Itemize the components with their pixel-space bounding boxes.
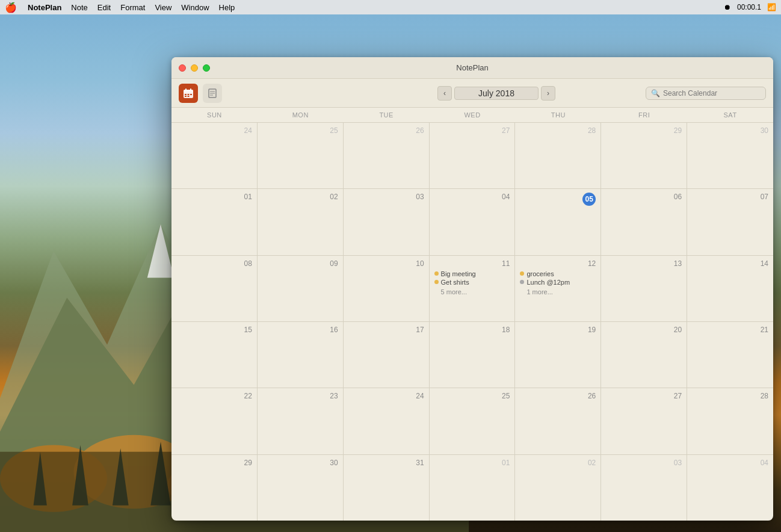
day-number: 24 bbox=[176, 126, 252, 135]
day-number: 22 bbox=[176, 392, 252, 400]
menu-window[interactable]: Window bbox=[176, 0, 214, 14]
day-number: 16 bbox=[262, 326, 338, 334]
day-cell[interactable]: 22 bbox=[171, 388, 258, 454]
day-number: 04 bbox=[692, 459, 768, 467]
day-number: 20 bbox=[606, 326, 682, 334]
day-cell[interactable]: 17 bbox=[344, 322, 430, 388]
calendar-view-button[interactable] bbox=[179, 84, 198, 103]
day-cell[interactable]: 23 bbox=[258, 388, 344, 454]
day-cell[interactable]: 20 bbox=[601, 322, 687, 388]
day-cell[interactable]: 27 bbox=[601, 388, 687, 454]
day-header-tue: TUE bbox=[344, 108, 430, 122]
day-cell[interactable]: 28 bbox=[687, 388, 773, 454]
day-cell[interactable]: 04 bbox=[430, 189, 516, 255]
day-cell[interactable]: 09 bbox=[258, 256, 344, 321]
day-cell[interactable]: 28 bbox=[515, 123, 601, 188]
minimize-button[interactable] bbox=[191, 64, 198, 72]
event-dot bbox=[434, 271, 439, 276]
more-events[interactable]: 5 more... bbox=[434, 288, 510, 295]
day-cell[interactable]: 10 bbox=[344, 256, 430, 321]
day-number: 29 bbox=[606, 126, 682, 135]
day-number: 03 bbox=[606, 459, 682, 467]
day-cell[interactable]: 02 bbox=[515, 455, 601, 521]
day-number: 01 bbox=[176, 193, 252, 201]
day-number: 07 bbox=[692, 193, 768, 201]
day-cell[interactable]: 19 bbox=[515, 322, 601, 388]
svg-rect-27 bbox=[190, 88, 191, 91]
day-cell[interactable]: 27 bbox=[430, 123, 516, 188]
day-cell[interactable]: 31 bbox=[344, 455, 430, 521]
day-cell[interactable]: 03 bbox=[601, 455, 687, 521]
day-cell[interactable]: 26 bbox=[344, 123, 430, 188]
day-number: 02 bbox=[520, 459, 596, 467]
day-cell[interactable]: 14 bbox=[687, 256, 773, 321]
event-item[interactable]: Get shirts bbox=[434, 279, 510, 286]
day-cell[interactable]: 16 bbox=[258, 322, 344, 388]
day-cell[interactable]: 08 bbox=[171, 256, 258, 321]
day-cell[interactable]: 25 bbox=[258, 123, 344, 188]
search-input[interactable] bbox=[663, 89, 761, 97]
menu-format[interactable]: Format bbox=[116, 0, 150, 14]
day-number: 12 bbox=[520, 259, 596, 268]
week-row-0: 24252627282930 bbox=[171, 123, 773, 189]
event-item[interactable]: Big meeting bbox=[434, 270, 510, 277]
day-cell[interactable]: 24 bbox=[344, 388, 430, 454]
day-cell[interactable]: 02 bbox=[258, 189, 344, 255]
day-cell[interactable]: 29 bbox=[171, 455, 258, 521]
weeks-grid: 242526272829300102030405060708091011Big … bbox=[171, 123, 773, 521]
more-events[interactable]: 1 more... bbox=[520, 288, 596, 295]
day-number: 21 bbox=[692, 326, 768, 334]
event-item[interactable]: Lunch @12pm bbox=[520, 279, 596, 286]
day-cell[interactable]: 11Big meetingGet shirts5 more... bbox=[430, 256, 516, 321]
prev-month-button[interactable]: ‹ bbox=[437, 86, 452, 101]
day-cell[interactable]: 25 bbox=[430, 388, 516, 454]
day-header-fri: FRI bbox=[601, 108, 687, 122]
day-number: 25 bbox=[262, 126, 338, 135]
day-cell[interactable]: 15 bbox=[171, 322, 258, 388]
day-number: 27 bbox=[606, 392, 682, 400]
day-cell[interactable]: 04 bbox=[687, 455, 773, 521]
day-cell[interactable]: 26 bbox=[515, 388, 601, 454]
day-cell[interactable]: 07 bbox=[687, 189, 773, 255]
day-number: 08 bbox=[176, 259, 252, 268]
event-item[interactable]: groceries bbox=[520, 270, 596, 277]
day-cell[interactable]: 06 bbox=[601, 189, 687, 255]
day-cell[interactable]: 12groceriesLunch @12pm1 more... bbox=[515, 256, 601, 321]
toolbar: ‹ July 2018 › 🔍 bbox=[171, 79, 773, 108]
day-cell[interactable]: 18 bbox=[430, 322, 516, 388]
search-icon: 🔍 bbox=[651, 89, 660, 97]
day-cell[interactable]: 30 bbox=[258, 455, 344, 521]
day-cell[interactable]: 30 bbox=[687, 123, 773, 188]
note-view-button[interactable] bbox=[203, 84, 222, 103]
close-button[interactable] bbox=[179, 64, 186, 72]
svg-rect-32 bbox=[188, 96, 190, 97]
day-cell[interactable]: 24 bbox=[171, 123, 258, 188]
menu-view[interactable]: View bbox=[150, 0, 176, 14]
calendar-view: SUN MON TUE WED THU FRI SAT 242526272829… bbox=[171, 108, 773, 521]
day-number: 25 bbox=[434, 392, 510, 400]
noteplan-window: NotePlan bbox=[171, 57, 773, 521]
menu-edit[interactable]: Edit bbox=[93, 0, 116, 14]
menu-help[interactable]: Help bbox=[214, 0, 240, 14]
event-list: groceriesLunch @12pm1 more... bbox=[520, 270, 596, 295]
menu-note[interactable]: Note bbox=[66, 0, 92, 14]
day-number: 30 bbox=[692, 126, 768, 135]
day-cell[interactable]: 01 bbox=[430, 455, 516, 521]
day-cell[interactable]: 05 bbox=[515, 189, 601, 255]
day-header-thu: THU bbox=[515, 108, 601, 122]
day-cell[interactable]: 29 bbox=[601, 123, 687, 188]
menubar: 🍎 NotePlan Note Edit Format View Window … bbox=[0, 0, 781, 14]
day-cell[interactable]: 21 bbox=[687, 322, 773, 388]
apple-menu[interactable]: 🍎 bbox=[5, 2, 17, 13]
day-number: 30 bbox=[262, 459, 338, 467]
day-cell[interactable]: 03 bbox=[344, 189, 430, 255]
day-cell[interactable]: 01 bbox=[171, 189, 258, 255]
app-menu-noteplan[interactable]: NotePlan bbox=[23, 0, 66, 14]
event-dot bbox=[434, 280, 439, 284]
day-cell[interactable]: 13 bbox=[601, 256, 687, 321]
event-label: Lunch @12pm bbox=[526, 279, 570, 286]
next-month-button[interactable]: › bbox=[541, 86, 555, 101]
day-headers: SUN MON TUE WED THU FRI SAT bbox=[171, 108, 773, 123]
svg-rect-25 bbox=[184, 90, 193, 93]
maximize-button[interactable] bbox=[203, 64, 210, 72]
